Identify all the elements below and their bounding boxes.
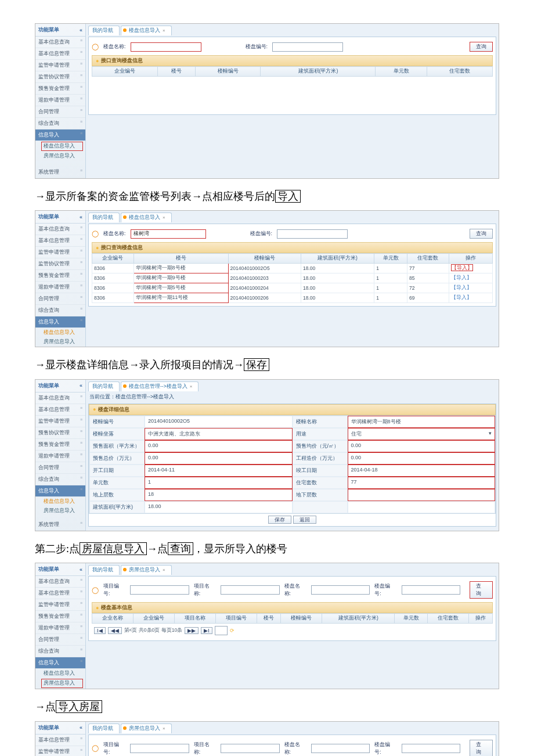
start-date-input[interactable]: 2014-04-11	[145, 465, 293, 477]
menu-item[interactable]: 系统管理≡	[35, 167, 85, 178]
menu-item[interactable]: 合同管理≡	[35, 634, 85, 646]
menu-item[interactable]: 基本信息管理≡	[35, 235, 85, 247]
menu-item[interactable]: 基本信息管理≡	[35, 48, 85, 60]
menu-item[interactable]: 退款申请管理≡	[35, 622, 85, 634]
below-floors-input[interactable]	[348, 489, 496, 501]
presale-price-input[interactable]: 0.00	[348, 440, 496, 452]
presale-area-input[interactable]: 0.00	[145, 440, 293, 452]
loupan-name-input[interactable]	[311, 585, 370, 595]
import-button[interactable]: 【导入】	[451, 294, 472, 300]
menu-item-active[interactable]: 信息导入≡	[35, 485, 85, 497]
menu-item[interactable]: 预售资金管理≡	[35, 611, 85, 622]
menu-item[interactable]: 合同管理≡	[35, 462, 85, 474]
pager-next[interactable]: ▶▶	[185, 627, 199, 634]
menu-item-active[interactable]: 信息导入≡	[35, 657, 85, 669]
save-button[interactable]: 保存	[268, 516, 291, 524]
house-count-input[interactable]: 77	[348, 477, 496, 489]
above-floors-input[interactable]: 18	[145, 489, 293, 501]
presale-total-input[interactable]: 0.00	[145, 452, 293, 465]
menu-item-active[interactable]: 信息导入≡	[35, 129, 85, 141]
usage-select[interactable]: 住宅 ▾	[348, 428, 496, 440]
project-name-input[interactable]	[221, 744, 279, 753]
menu-item[interactable]: 基本信息查询≡	[35, 224, 85, 235]
tab-fangwu-import[interactable]: 房屋信息导入×	[121, 565, 172, 575]
pager-last[interactable]: ▶I	[201, 627, 212, 634]
submenu-loupan[interactable]: 楼盘信息导入	[41, 142, 83, 151]
pager-jump-input[interactable]	[215, 626, 228, 635]
menu-item[interactable]: 综合查询≡	[35, 305, 85, 316]
pager-prev[interactable]: ◀◀	[108, 627, 122, 634]
query-button[interactable]: 查询	[470, 581, 493, 599]
query-button[interactable]: 查询	[470, 740, 493, 756]
menu-item[interactable]: 监管协议管理≡	[35, 71, 85, 83]
back-button[interactable]: 返回	[293, 516, 316, 524]
menu-item[interactable]: 基本信息管理≡	[35, 588, 85, 599]
menu-item[interactable]: 退款申请管理≡	[35, 282, 85, 293]
import-button[interactable]: 【导入】	[451, 275, 472, 280]
menu-item[interactable]: 预售协议管理≡	[35, 427, 85, 439]
loupan-code-input[interactable]	[402, 744, 460, 753]
project-cost-input[interactable]: 0.00	[348, 452, 496, 465]
collapse-icon[interactable]: «	[80, 27, 82, 33]
menu-item[interactable]: 监管申请管理≡	[35, 247, 85, 258]
tab-nav[interactable]: 我的导航	[88, 26, 120, 35]
submenu-fangwu[interactable]: 房屋信息导入	[35, 506, 85, 516]
address-input[interactable]: 中洲大道南、北京路东	[145, 428, 293, 440]
pager-first[interactable]: I◀	[94, 627, 106, 634]
loupan-name-input[interactable]: 橡树湾	[131, 229, 206, 239]
menu-item[interactable]: 监管申请管理≡	[35, 416, 85, 427]
query-button[interactable]: 查询	[470, 42, 493, 52]
menu-item[interactable]: 预售资金管理≡	[35, 270, 85, 282]
close-icon[interactable]: ×	[163, 28, 165, 33]
menu-item[interactable]: 预售资金管理≡	[35, 439, 85, 451]
submenu-fangwu[interactable]: 房屋信息导入	[35, 152, 85, 161]
tab-fangwu-import[interactable]: 房屋信息导入×	[121, 723, 172, 733]
unit-count-input[interactable]: 1	[145, 477, 293, 489]
loupan-code-input[interactable]	[402, 585, 460, 595]
tab-loupan-import[interactable]: 楼盘信息导入×	[121, 26, 172, 35]
menu-item[interactable]: 监管申请管理≡	[35, 599, 85, 611]
menu-item-active[interactable]: 信息导入≡	[35, 316, 85, 328]
menu-item[interactable]: 退款申请管理≡	[35, 451, 85, 462]
pager-go-icon[interactable]: ⟳	[230, 628, 234, 633]
end-date-input[interactable]: 2014-04-18	[348, 465, 496, 477]
menu-item[interactable]: 合同管理≡	[35, 106, 85, 118]
loupan-code-input[interactable]	[272, 42, 343, 52]
submenu-loupan[interactable]: 楼盘信息导入	[35, 328, 85, 337]
menu-item[interactable]: 基本信息查询≡	[35, 576, 85, 588]
submenu-fangwu[interactable]: 房屋信息导入	[41, 679, 83, 688]
menu-item[interactable]: 监管协议管理≡	[35, 258, 85, 270]
loupan-name-input[interactable]	[311, 744, 370, 753]
query-button[interactable]: 查询	[470, 229, 493, 239]
menu-item[interactable]: 综合查询≡	[35, 646, 85, 657]
menu-title: 功能菜单	[38, 26, 59, 34]
import-button[interactable]: 【导入】	[451, 285, 472, 290]
menu-item[interactable]: 退款申请管理≡	[35, 95, 85, 106]
menu-item[interactable]: 基本信息查询≡	[35, 393, 85, 404]
submenu-fangwu[interactable]: 房屋信息导入	[35, 337, 85, 347]
loupan-name-input[interactable]	[131, 42, 201, 52]
tab-nav[interactable]: 我的导航	[88, 565, 120, 575]
menu-item[interactable]: 综合查询≡	[35, 474, 85, 485]
import-button[interactable]: 【导入】	[451, 264, 473, 271]
submenu-loupan[interactable]: 楼盘信息导入	[35, 497, 85, 506]
menu-item[interactable]: 合同管理≡	[35, 293, 85, 305]
tab-nav[interactable]: 我的导航	[88, 213, 120, 222]
menu-item[interactable]: 基本信息管理≡	[35, 735, 85, 746]
menu-item[interactable]: 监管申请管理≡	[35, 60, 85, 71]
tab-nav[interactable]: 我的导航	[88, 381, 120, 391]
menu-item[interactable]: 监管申请管理≡	[35, 746, 85, 756]
submenu-loupan[interactable]: 楼盘信息导入	[35, 669, 85, 678]
menu-item[interactable]: 预售资金管理≡	[35, 83, 85, 95]
project-code-input[interactable]	[130, 744, 189, 753]
project-code-input[interactable]	[130, 585, 189, 595]
project-name-input[interactable]	[221, 585, 279, 595]
tab-loupan-manage[interactable]: 楼盘信息管理-->楼盘导入×	[121, 381, 199, 391]
loupan-code-input[interactable]	[277, 229, 348, 239]
menu-item[interactable]: 系统管理≡	[35, 519, 85, 531]
tab-loupan-import[interactable]: 楼盘信息导入×	[121, 213, 172, 222]
menu-item[interactable]: 基本信息查询≡	[35, 37, 85, 48]
menu-item[interactable]: 综合查询≡	[35, 118, 85, 129]
tab-nav[interactable]: 我的导航	[88, 723, 120, 733]
menu-item[interactable]: 基本信息管理≡	[35, 404, 85, 416]
